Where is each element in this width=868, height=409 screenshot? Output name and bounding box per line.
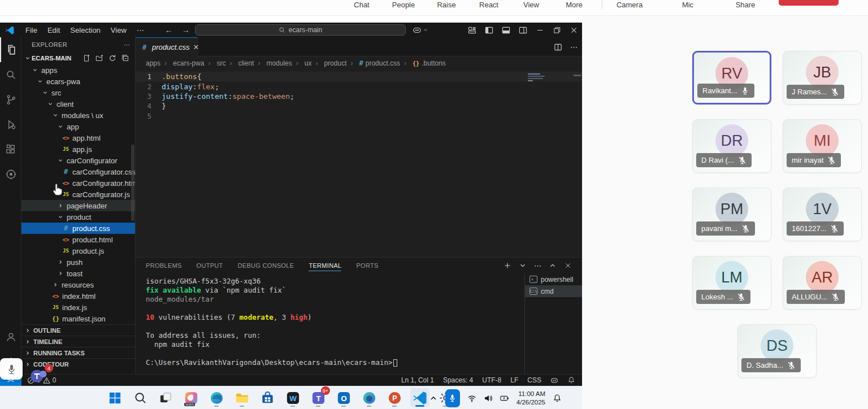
toggle-panel-icon[interactable] — [497, 23, 514, 37]
menu-[interactable]: ⋯ — [132, 26, 149, 34]
toolbar-people[interactable]: People — [392, 1, 415, 9]
taskbar-start-icon[interactable] — [105, 388, 124, 407]
menu-file[interactable]: File — [20, 26, 42, 34]
tree-item-index-html[interactable]: <>index.html — [21, 290, 135, 302]
new-folder-icon[interactable] — [96, 54, 103, 62]
project-root-row[interactable]: ECARS-MAIN — [21, 52, 135, 64]
tree-item-client[interactable]: client — [21, 98, 135, 110]
status-lf[interactable]: LF — [510, 376, 518, 384]
tree-item-push[interactable]: push — [21, 256, 135, 268]
restore-button[interactable] — [548, 23, 565, 37]
status-ln-1-col-1[interactable]: Ln 1, Col 1 — [401, 376, 434, 384]
refresh-icon[interactable] — [108, 54, 116, 62]
shell-powershell[interactable]: >_powershell — [525, 273, 582, 285]
copilot-menu[interactable] — [413, 23, 428, 37]
shell-cmd[interactable]: C:\cmd — [525, 285, 582, 297]
tree-item-app-js[interactable]: JSapp.js — [21, 143, 135, 155]
tree-item-product-css[interactable]: #product.css — [21, 223, 135, 234]
close-tab-icon[interactable]: ✕ — [193, 43, 199, 51]
taskbar-store-icon[interactable] — [258, 388, 277, 407]
taskbar-w-app-icon[interactable]: W — [283, 388, 302, 407]
taskbar-teams-icon[interactable]: T9+ — [309, 388, 328, 407]
tree-item-product-html[interactable]: <>product.html — [21, 234, 135, 245]
tray-notifications-icon[interactable] — [553, 394, 562, 403]
minimize-button[interactable] — [531, 23, 548, 37]
taskbar-outlook-icon[interactable]: O — [334, 388, 353, 407]
menu-edit[interactable]: Edit — [42, 26, 65, 34]
tree-item-resources[interactable]: resources — [21, 279, 135, 290]
toolbar-more[interactable]: More — [566, 1, 583, 9]
tree-item-app[interactable]: app — [21, 121, 135, 132]
sidebar-scrollbar[interactable] — [131, 145, 134, 221]
toolbar-react[interactable]: React — [479, 1, 498, 9]
breadcrumb-buttons[interactable]: {}.buttons — [400, 59, 446, 67]
taskbar-task-view-icon[interactable] — [156, 388, 175, 407]
tree-item-product[interactable]: product — [21, 211, 135, 223]
close-panel-icon[interactable] — [564, 262, 572, 269]
explorer-more-icon[interactable]: ⋯ — [124, 41, 131, 49]
command-center-search[interactable]: ecars-main — [195, 24, 406, 36]
customize-layout-icon[interactable] — [463, 23, 480, 37]
menu-view[interactable]: View — [106, 26, 132, 34]
tree-item-index-js[interactable]: JSindex.js — [21, 302, 135, 313]
wifi-icon[interactable] — [467, 394, 476, 403]
terminal-output[interactable]: isories/GHSA-f5x3-32g6-xq36fix available… — [146, 277, 519, 367]
forward-icon[interactable]: → — [182, 25, 190, 34]
teams-notification-overlay[interactable]: 4 — [29, 367, 49, 386]
tree-item-carconfigurator-html[interactable]: <>carConfigurator.html — [21, 177, 135, 189]
panel-tab-output[interactable]: OUTPUT — [197, 262, 223, 269]
tray-clock[interactable]: 11:00 AM 4/26/2025 — [517, 390, 545, 406]
taskbar-edge-icon[interactable] — [207, 388, 226, 407]
participant-tile-dr[interactable]: DRD Ravi (... — [692, 119, 771, 173]
activity-extensions-icon[interactable] — [0, 137, 21, 162]
participant-tile-mi[interactable]: MImir inayat — [783, 119, 862, 173]
minimap[interactable] — [528, 73, 547, 82]
breadcrumb-product-css[interactable]: #product.css — [346, 59, 400, 67]
toolbar-mic[interactable]: Mic — [682, 1, 693, 9]
battery-charging-icon[interactable] — [500, 394, 509, 403]
activity-codetour-icon[interactable] — [0, 162, 21, 186]
tab-product-css[interactable]: # product.css ✕ — [136, 37, 198, 56]
tree-item-modules-ux[interactable]: modules \ ux — [21, 110, 135, 121]
tree-item-app-html[interactable]: <>app.html — [21, 132, 135, 143]
breadcrumb-client[interactable]: client — [225, 59, 254, 67]
participant-tile-1v[interactable]: 1V1601227... — [783, 188, 862, 241]
breadcrumb-ecars-pwa[interactable]: ecars-pwa — [160, 59, 204, 67]
tree-item-manifest-json[interactable]: {}manifest.json — [21, 313, 135, 324]
participant-tile-ar[interactable]: ARALLUGU... — [783, 256, 862, 310]
toolbar-camera[interactable]: Camera — [617, 1, 643, 9]
activity-source-control-icon[interactable] — [0, 87, 21, 112]
close-button[interactable] — [565, 23, 582, 37]
copilot-status-icon[interactable] — [550, 376, 558, 384]
tree-item-pageheader[interactable]: pageHeader — [21, 200, 135, 211]
menu-selection[interactable]: Selection — [65, 26, 105, 34]
tree-item-carconfigurator-css[interactable]: #carConfigurator.css — [21, 166, 135, 177]
breadcrumb-src[interactable]: src — [204, 59, 225, 67]
new-file-icon[interactable] — [83, 54, 90, 62]
tray-chevron-up-icon[interactable] — [429, 394, 438, 403]
activity-run-debug-icon[interactable] — [0, 112, 21, 137]
toggle-sidebar-icon[interactable] — [480, 23, 497, 37]
panel-tab-problems[interactable]: PROBLEMS — [146, 262, 182, 269]
status-utf-8[interactable]: UTF-8 — [482, 376, 501, 384]
status-css[interactable]: CSS — [527, 376, 541, 384]
participant-tile-lm[interactable]: LMLokesh ... — [692, 256, 771, 310]
breadcrumb-product[interactable]: product — [311, 59, 346, 67]
activity-accounts-icon[interactable] — [0, 324, 21, 349]
participant-tile-jb[interactable]: JBJ Rames... — [783, 51, 862, 105]
panel-tab-terminal[interactable]: TERMINAL — [309, 262, 341, 271]
status-spaces-4[interactable]: Spaces: 4 — [443, 376, 473, 384]
toolbar-share[interactable]: Share — [736, 1, 756, 9]
volume-icon[interactable] — [484, 394, 493, 403]
notifications-bell-icon[interactable] — [567, 376, 575, 384]
split-editor-icon[interactable] — [554, 43, 562, 51]
participant-tile-pm[interactable]: PMpavani m... — [692, 188, 771, 241]
taskbar-copilot-icon[interactable]: M365 — [181, 388, 201, 407]
maximize-panel-icon[interactable] — [549, 262, 557, 269]
participant-tile-ds[interactable]: DSD. Sadha... — [737, 324, 817, 378]
leave-button[interactable] — [779, 0, 839, 6]
taskbar-edge-profile-icon[interactable] — [359, 388, 379, 407]
toolbar-view[interactable]: View — [523, 1, 539, 9]
tree-item-carconfigurator[interactable]: carConfigurator — [21, 155, 135, 166]
breadcrumb-modules[interactable]: modules — [254, 59, 292, 67]
